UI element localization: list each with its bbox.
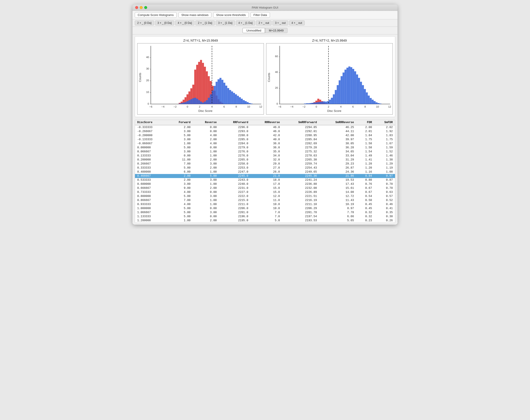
table-row[interactable]: 0.4666672.005.002245.021.02245.3621.860.… [135,174,395,178]
svg-text:10: 10 [146,90,149,94]
table-cell: 15.61 [319,186,356,190]
show-score-thresholds-button[interactable]: Show score thresholds [213,12,249,18]
table-row[interactable]: 0.20000011.002.002265.032.02265.3031.291… [135,158,395,162]
table-row[interactable]: 0.3333335.002.002253.027.02254.4326.871.… [135,166,395,170]
table-cell: 1.83 [374,133,395,138]
table-cell: 5.00 [166,194,193,198]
table-cell: 0.26 [374,219,395,223]
svg-text:40: 40 [146,56,149,59]
svg-rect-140 [350,67,353,104]
svg-text:Counts: Counts [138,73,142,82]
table-row[interactable]: 0.6000003.001.002240.017.02236.8817.430.… [135,182,395,186]
table-row[interactable]: 0.9333334.001.002211.010.02211.1010.190.… [135,202,395,206]
tab-bar: 2 + _ {0 Da}3 + _ {0 Da}4 + _ {0 Da}2 + … [132,19,398,27]
table-cell: 2206.29 [282,206,319,210]
table-cell: 0.87 [374,178,395,182]
svg-text:−6: −6 [278,105,281,108]
tab-2plus-1da[interactable]: 2 + _ {1 Da} [195,20,215,26]
table-row[interactable]: -0.1333333.002.002285.040.02285.8439.971… [135,138,395,141]
show-mass-windows-button[interactable]: Show mass windows [178,12,212,18]
table-row[interactable]: 0.7333334.000.002227.015.02226.8914.080.… [135,190,395,194]
svg-rect-34 [198,62,200,104]
close-button[interactable] [135,6,138,9]
table-row[interactable]: 0.8666677.001.002215.011.02216.1911.430.… [135,198,395,202]
table-row[interactable]: 0.6666679.002.002231.015.02232.0815.610.… [135,186,395,190]
tab-2plus-0da[interactable]: 2 + _ {0 Da} [135,20,154,26]
svg-text:0: 0 [277,102,278,105]
table-cell: 1.20 [356,166,374,170]
table-cell: 2227.0 [219,190,250,194]
table-row[interactable]: -0.2000005.004.002288.042.02288.9542.001… [135,133,395,138]
table-cell: 44.11 [319,129,356,133]
table-cell: 19.53 [319,178,356,182]
table-row[interactable]: 1.0000005.000.002206.010.02206.298.970.4… [135,206,395,210]
tab-3plus-out[interactable]: 3 + _ out [272,20,288,26]
table-cell: 2279.0 [219,146,250,150]
table-row[interactable]: -0.0666671.004.002284.036.02282.6938.051… [135,141,395,146]
svg-text:0: 0 [187,105,188,108]
tab-4plus-1da[interactable]: 4 + _ {1 Da} [236,20,255,26]
svg-text:−2: −2 [174,105,177,108]
tab-2plus-out[interactable]: 2 + _ out [256,20,272,26]
tab-4plus-out[interactable]: 4 + _ out [289,20,305,26]
table-row[interactable]: 0.0000005.000.002279.036.02279.2836.281.… [135,146,395,150]
svg-rect-150 [370,98,372,104]
table-cell: 2232.08 [282,186,319,190]
table-cell: 17.43 [319,182,356,186]
table-cell: 15.0 [250,190,282,194]
table-row[interactable]: 0.5333332.003.002243.018.02241.2419.530.… [135,178,395,182]
chart-1-svg: 0 10 20 30 40 Counts −6 − [137,43,264,114]
tab-4plus-0da[interactable]: 4 + _ {0 Da} [175,20,194,26]
table-cell: 0.78 [374,182,395,186]
table-cell: 17.0 [250,182,282,186]
table-cell: 2253.0 [219,166,250,170]
table-cell: 35.0 [250,150,282,154]
table-cell: 14.08 [319,190,356,194]
table-cell: 0.00 [166,154,193,158]
table-row[interactable]: -0.2666673.000.002293.046.02292.0144.112… [135,129,395,133]
table-cell: 2.02 [374,125,395,129]
table-row[interactable]: 0.2666677.003.002258.029.02259.7429.231.… [135,162,395,166]
table-cell: 5.0 [250,219,282,223]
table-row[interactable]: 1.2000001.002.002195.05.02193.535.650.23… [135,219,395,223]
table-cell: 2.00 [356,125,374,129]
maximize-button[interactable] [144,6,147,9]
table-row[interactable]: 0.0666673.001.002276.035.02275.3234.651.… [135,150,395,154]
svg-text:2: 2 [199,105,200,108]
table-cell: 2211.10 [282,202,319,206]
table-row[interactable]: 0.4000006.001.002247.026.02249.6524.361.… [135,170,395,174]
table-header: DiscScoreForwardReverseRRForwardRRRevers… [135,120,395,125]
minimize-button[interactable] [140,6,143,9]
window-title: PAW Histogram GUI [252,6,278,9]
table-cell: 2193.53 [282,219,319,223]
table-cell: 1.00 [193,154,219,158]
svg-rect-63 [210,94,212,104]
table-row[interactable]: -0.3333332.000.002296.046.02294.8546.252… [135,125,395,129]
subtab-m15[interactable]: M+15.9949 [265,28,287,33]
subtab-unmodified[interactable]: Unmodified [242,28,265,33]
table-row[interactable]: 1.0666675.003.002201.07.02201.787.780.32… [135,210,395,214]
svg-rect-128 [327,101,329,104]
table-row[interactable]: 0.1333330.001.002276.034.02270.6333.041.… [135,154,395,158]
svg-rect-72 [227,88,229,104]
table-cell: 1.29 [374,162,395,166]
filter-data-button[interactable]: Filter Data [250,12,270,18]
svg-rect-75 [233,93,235,104]
svg-rect-68 [220,78,221,104]
table-cell: 1.67 [374,141,395,146]
table-cell: 0.23 [356,219,374,223]
table-cell: 10.19 [319,202,356,206]
table-cell: 2226.89 [282,190,319,194]
compute-score-histograms-button[interactable]: Compute Score Histograms [135,12,177,18]
svg-rect-146 [362,85,364,104]
table-row[interactable]: 1.1333335.000.002196.07.02197.546.660.32… [135,214,395,219]
tab-3plus-1da[interactable]: 3 + _ {1 Da} [216,20,235,26]
table-cell: 0.933333 [135,202,166,206]
table-row[interactable]: 0.8000005.003.002222.012.02221.5112.720.… [135,194,395,198]
table-cell: 2284.0 [219,141,250,146]
table-cell: 42.0 [250,133,282,138]
table-cell: 0.400000 [135,170,166,174]
chart-1-title: Z=4, NTT=1, M+15.9949 [183,39,218,42]
table-cell: 2201.78 [282,210,319,214]
tab-3plus-0da[interactable]: 3 + _ {0 Da} [155,20,175,26]
